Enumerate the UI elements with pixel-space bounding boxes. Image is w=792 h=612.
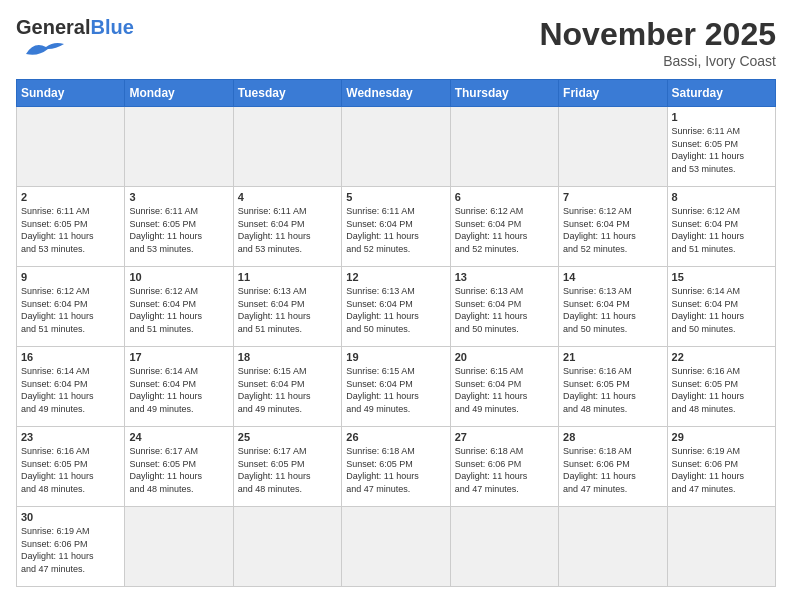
day-info: Sunrise: 6:13 AM Sunset: 6:04 PM Dayligh… <box>563 285 662 335</box>
day-info: Sunrise: 6:12 AM Sunset: 6:04 PM Dayligh… <box>129 285 228 335</box>
day-number: 7 <box>563 191 662 203</box>
calendar-cell: 1Sunrise: 6:11 AM Sunset: 6:05 PM Daylig… <box>667 107 775 187</box>
column-header-tuesday: Tuesday <box>233 80 341 107</box>
day-info: Sunrise: 6:12 AM Sunset: 6:04 PM Dayligh… <box>672 205 771 255</box>
day-info: Sunrise: 6:11 AM Sunset: 6:04 PM Dayligh… <box>238 205 337 255</box>
day-info: Sunrise: 6:12 AM Sunset: 6:04 PM Dayligh… <box>563 205 662 255</box>
calendar-week-row: 16Sunrise: 6:14 AM Sunset: 6:04 PM Dayli… <box>17 347 776 427</box>
calendar-cell <box>233 107 341 187</box>
calendar-cell: 30Sunrise: 6:19 AM Sunset: 6:06 PM Dayli… <box>17 507 125 587</box>
calendar-cell: 25Sunrise: 6:17 AM Sunset: 6:05 PM Dayli… <box>233 427 341 507</box>
calendar-cell: 20Sunrise: 6:15 AM Sunset: 6:04 PM Dayli… <box>450 347 558 427</box>
logo-blue: Blue <box>90 16 133 39</box>
calendar-cell: 21Sunrise: 6:16 AM Sunset: 6:05 PM Dayli… <box>559 347 667 427</box>
day-info: Sunrise: 6:14 AM Sunset: 6:04 PM Dayligh… <box>21 365 120 415</box>
calendar-cell: 18Sunrise: 6:15 AM Sunset: 6:04 PM Dayli… <box>233 347 341 427</box>
calendar-cell: 6Sunrise: 6:12 AM Sunset: 6:04 PM Daylig… <box>450 187 558 267</box>
column-header-saturday: Saturday <box>667 80 775 107</box>
day-number: 5 <box>346 191 445 203</box>
day-info: Sunrise: 6:18 AM Sunset: 6:06 PM Dayligh… <box>455 445 554 495</box>
day-info: Sunrise: 6:16 AM Sunset: 6:05 PM Dayligh… <box>672 365 771 415</box>
day-number: 30 <box>21 511 120 523</box>
calendar-cell <box>667 507 775 587</box>
day-number: 20 <box>455 351 554 363</box>
calendar-week-row: 1Sunrise: 6:11 AM Sunset: 6:05 PM Daylig… <box>17 107 776 187</box>
location: Bassi, Ivory Coast <box>539 53 776 69</box>
day-info: Sunrise: 6:17 AM Sunset: 6:05 PM Dayligh… <box>129 445 228 495</box>
day-info: Sunrise: 6:18 AM Sunset: 6:05 PM Dayligh… <box>346 445 445 495</box>
day-info: Sunrise: 6:14 AM Sunset: 6:04 PM Dayligh… <box>129 365 228 415</box>
calendar-cell: 24Sunrise: 6:17 AM Sunset: 6:05 PM Dayli… <box>125 427 233 507</box>
day-info: Sunrise: 6:11 AM Sunset: 6:05 PM Dayligh… <box>129 205 228 255</box>
day-info: Sunrise: 6:13 AM Sunset: 6:04 PM Dayligh… <box>455 285 554 335</box>
day-number: 10 <box>129 271 228 283</box>
day-number: 23 <box>21 431 120 443</box>
day-number: 18 <box>238 351 337 363</box>
day-number: 11 <box>238 271 337 283</box>
column-header-monday: Monday <box>125 80 233 107</box>
calendar-cell: 16Sunrise: 6:14 AM Sunset: 6:04 PM Dayli… <box>17 347 125 427</box>
calendar-table: SundayMondayTuesdayWednesdayThursdayFrid… <box>16 79 776 587</box>
calendar-cell: 26Sunrise: 6:18 AM Sunset: 6:05 PM Dayli… <box>342 427 450 507</box>
day-number: 1 <box>672 111 771 123</box>
day-number: 26 <box>346 431 445 443</box>
day-info: Sunrise: 6:11 AM Sunset: 6:05 PM Dayligh… <box>672 125 771 175</box>
day-number: 24 <box>129 431 228 443</box>
calendar-cell: 17Sunrise: 6:14 AM Sunset: 6:04 PM Dayli… <box>125 347 233 427</box>
column-header-friday: Friday <box>559 80 667 107</box>
calendar-week-row: 2Sunrise: 6:11 AM Sunset: 6:05 PM Daylig… <box>17 187 776 267</box>
day-info: Sunrise: 6:11 AM Sunset: 6:04 PM Dayligh… <box>346 205 445 255</box>
month-title: November 2025 <box>539 16 776 53</box>
calendar-cell <box>450 507 558 587</box>
day-number: 16 <box>21 351 120 363</box>
day-info: Sunrise: 6:12 AM Sunset: 6:04 PM Dayligh… <box>21 285 120 335</box>
day-info: Sunrise: 6:18 AM Sunset: 6:06 PM Dayligh… <box>563 445 662 495</box>
logo-bird-icon <box>16 39 66 61</box>
calendar-cell: 10Sunrise: 6:12 AM Sunset: 6:04 PM Dayli… <box>125 267 233 347</box>
calendar-cell <box>233 507 341 587</box>
day-info: Sunrise: 6:16 AM Sunset: 6:05 PM Dayligh… <box>21 445 120 495</box>
day-number: 15 <box>672 271 771 283</box>
page-header: General Blue November 2025 Bassi, Ivory … <box>16 16 776 69</box>
day-info: Sunrise: 6:12 AM Sunset: 6:04 PM Dayligh… <box>455 205 554 255</box>
calendar-cell: 8Sunrise: 6:12 AM Sunset: 6:04 PM Daylig… <box>667 187 775 267</box>
day-info: Sunrise: 6:17 AM Sunset: 6:05 PM Dayligh… <box>238 445 337 495</box>
calendar-cell <box>559 107 667 187</box>
calendar-cell <box>17 107 125 187</box>
day-info: Sunrise: 6:14 AM Sunset: 6:04 PM Dayligh… <box>672 285 771 335</box>
calendar-cell <box>342 507 450 587</box>
day-info: Sunrise: 6:19 AM Sunset: 6:06 PM Dayligh… <box>21 525 120 575</box>
calendar-cell: 3Sunrise: 6:11 AM Sunset: 6:05 PM Daylig… <box>125 187 233 267</box>
calendar-cell: 15Sunrise: 6:14 AM Sunset: 6:04 PM Dayli… <box>667 267 775 347</box>
day-info: Sunrise: 6:15 AM Sunset: 6:04 PM Dayligh… <box>238 365 337 415</box>
calendar-cell: 29Sunrise: 6:19 AM Sunset: 6:06 PM Dayli… <box>667 427 775 507</box>
logo: General Blue <box>16 16 134 61</box>
day-number: 4 <box>238 191 337 203</box>
calendar-cell: 11Sunrise: 6:13 AM Sunset: 6:04 PM Dayli… <box>233 267 341 347</box>
day-number: 6 <box>455 191 554 203</box>
calendar-cell: 14Sunrise: 6:13 AM Sunset: 6:04 PM Dayli… <box>559 267 667 347</box>
calendar-week-row: 23Sunrise: 6:16 AM Sunset: 6:05 PM Dayli… <box>17 427 776 507</box>
day-number: 12 <box>346 271 445 283</box>
day-info: Sunrise: 6:19 AM Sunset: 6:06 PM Dayligh… <box>672 445 771 495</box>
calendar-cell: 5Sunrise: 6:11 AM Sunset: 6:04 PM Daylig… <box>342 187 450 267</box>
calendar-week-row: 9Sunrise: 6:12 AM Sunset: 6:04 PM Daylig… <box>17 267 776 347</box>
day-number: 25 <box>238 431 337 443</box>
calendar-cell: 9Sunrise: 6:12 AM Sunset: 6:04 PM Daylig… <box>17 267 125 347</box>
day-info: Sunrise: 6:11 AM Sunset: 6:05 PM Dayligh… <box>21 205 120 255</box>
calendar-cell <box>559 507 667 587</box>
column-header-thursday: Thursday <box>450 80 558 107</box>
calendar-cell: 23Sunrise: 6:16 AM Sunset: 6:05 PM Dayli… <box>17 427 125 507</box>
day-number: 29 <box>672 431 771 443</box>
title-area: November 2025 Bassi, Ivory Coast <box>539 16 776 69</box>
calendar-cell: 22Sunrise: 6:16 AM Sunset: 6:05 PM Dayli… <box>667 347 775 427</box>
calendar-cell: 28Sunrise: 6:18 AM Sunset: 6:06 PM Dayli… <box>559 427 667 507</box>
day-number: 13 <box>455 271 554 283</box>
calendar-cell <box>125 507 233 587</box>
calendar-week-row: 30Sunrise: 6:19 AM Sunset: 6:06 PM Dayli… <box>17 507 776 587</box>
calendar-cell: 13Sunrise: 6:13 AM Sunset: 6:04 PM Dayli… <box>450 267 558 347</box>
header-row: SundayMondayTuesdayWednesdayThursdayFrid… <box>17 80 776 107</box>
calendar-cell: 12Sunrise: 6:13 AM Sunset: 6:04 PM Dayli… <box>342 267 450 347</box>
day-number: 2 <box>21 191 120 203</box>
day-number: 28 <box>563 431 662 443</box>
